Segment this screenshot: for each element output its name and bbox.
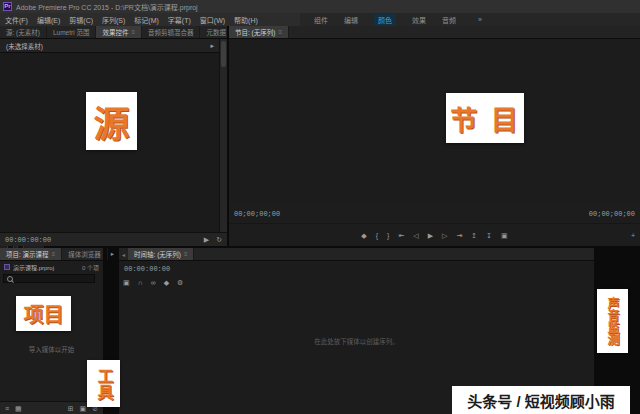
project-file-icon [4, 264, 10, 270]
project-search-box[interactable] [3, 274, 95, 283]
project-item-count: 0 个项 [82, 263, 99, 272]
list-view-icon[interactable]: ≡ [5, 405, 9, 412]
program-monitor-viewport [229, 39, 640, 203]
workspace-tab-audio[interactable]: 音频 [442, 15, 456, 25]
project-file-name: 演示课程.prproj [13, 263, 79, 272]
program-timecode-row: 00;00;00;00 00;00;00;00 [229, 203, 640, 224]
annotation-tools-label: 工具 [87, 360, 120, 407]
chevron-right-icon[interactable]: ▸ [210, 42, 214, 49]
go-to-in-button[interactable]: ⇤ [398, 232, 404, 239]
timeline-drop-hint: 在此处放下媒体以创建序列。 [119, 336, 594, 346]
snap-magnet-icon[interactable]: ∩ [138, 279, 143, 286]
menu-sequence[interactable]: 序列(S) [102, 15, 125, 25]
timeline-timecode: 00:00:00:00 [124, 265, 170, 273]
play-audio-icon[interactable]: ▶ [204, 236, 209, 243]
source-timecode: 00:00:00:00 [5, 236, 51, 244]
program-tabbar: 节目: (无序列) ≡ [229, 26, 640, 39]
annotation-project-label: 项目 [16, 296, 71, 331]
watermark-banner: 头条号 / 短视频顾小雨 [452, 386, 630, 414]
scrollbar-thumb[interactable] [221, 41, 226, 67]
tab-program-monitor[interactable]: 节目: (无序列) ≡ [229, 26, 289, 38]
program-transport-controls: ◆ { } ⇤ ◁ ▶ ▷ ⇥ ↥ ↧ ▣ [229, 223, 640, 246]
tab-audio-clip-mixer[interactable]: 音频剪辑混合器 [142, 26, 201, 38]
window-title: Adobe Premiere Pro CC 2015 - D:\PR文档\演示课… [16, 2, 198, 12]
search-icon [7, 276, 13, 282]
menu-help[interactable]: 帮助(H) [234, 15, 258, 25]
project-empty-hint: 导入媒体以开始 [0, 344, 103, 354]
lift-button[interactable]: ↥ [471, 232, 477, 239]
add-marker-button[interactable]: ◆ [361, 232, 366, 239]
button-editor-plus-icon[interactable]: + [631, 232, 635, 239]
menu-file[interactable]: 文件(F) [5, 15, 28, 25]
tab-overflow-icon[interactable]: ▸ [108, 248, 117, 260]
title-bar: Pr Adobe Premiere Pro CC 2015 - D:\PR文档\… [0, 0, 640, 13]
collapse-panel-icon[interactable]: ◂ [119, 248, 128, 260]
program-duration-timecode: 00;00;00;00 [589, 210, 635, 218]
icon-view-icon[interactable]: ▦ [15, 405, 22, 412]
extract-button[interactable]: ↧ [486, 232, 492, 239]
tab-source-monitor[interactable]: 源: (无素材) [0, 26, 47, 38]
panel-menu-icon[interactable]: ≡ [52, 251, 56, 257]
timeline-tabbar: ◂ 时间轴: (无序列) ≡ [119, 248, 594, 261]
project-file-row[interactable]: 演示课程.prproj 0 个项 [0, 261, 103, 273]
no-clip-selected-label: (未选择素材) [6, 41, 43, 51]
step-forward-button[interactable]: ▷ [442, 232, 447, 239]
go-to-out-button[interactable]: ⇥ [456, 232, 462, 239]
export-frame-button[interactable]: ▣ [501, 232, 508, 239]
tab-lumetri-scopes[interactable]: Lumetri 范围 [47, 26, 96, 38]
workspace-tab-color[interactable]: 颜色 [374, 14, 396, 26]
panel-menu-icon[interactable]: ≡ [184, 251, 188, 257]
tab-project[interactable]: 项目: 演示课程 ≡ [0, 248, 62, 260]
panel-menu-icon[interactable]: ≡ [278, 29, 282, 35]
mark-in-button[interactable]: { [376, 232, 378, 239]
workspace-overflow-icon[interactable]: » [478, 16, 482, 23]
linked-selection-icon[interactable]: ∞ [151, 279, 156, 286]
workspace-tab-editing[interactable]: 编辑 [344, 15, 358, 25]
panel-menu-icon[interactable]: ≡ [131, 29, 135, 35]
menu-bar: 文件(F) 编辑(E) 剪辑(C) 序列(S) 标记(M) 字幕(T) 窗口(W… [0, 13, 300, 26]
new-item-icon[interactable]: ▣ [80, 405, 87, 412]
workspace-bar: 组件 编辑 颜色 效果 音频 » [300, 13, 640, 26]
annotation-source-label: 源 [86, 92, 137, 150]
menu-clip[interactable]: 剪辑(C) [69, 15, 93, 25]
project-tabbar: 项目: 演示课程 ≡ 媒体浏览器 ▸ [0, 248, 103, 261]
step-back-button[interactable]: ◁ [413, 232, 418, 239]
premiere-app-icon: Pr [3, 2, 12, 11]
menu-marker[interactable]: 标记(M) [134, 15, 159, 25]
premiere-window: Pr Adobe Premiere Pro CC 2015 - D:\PR文档\… [0, 0, 640, 414]
effect-controls-header: (未选择素材) ▸ [0, 39, 220, 53]
menu-edit[interactable]: 编辑(E) [37, 15, 60, 25]
mark-out-button[interactable]: } [387, 232, 389, 239]
program-current-timecode: 00;00;00;00 [234, 210, 280, 218]
menu-window[interactable]: 窗口(W) [200, 15, 225, 25]
source-group-tabbar: 源: (无素材) Lumetri 范围 效果控件 ≡ 音频剪辑混合器 元数据 [0, 26, 227, 39]
loop-icon[interactable]: ↻ [216, 236, 222, 243]
nest-toggle-icon[interactable]: ▣ [123, 279, 130, 286]
timeline-settings-icon[interactable]: ⚙ [177, 279, 183, 286]
workspace-tab-effects[interactable]: 效果 [412, 15, 426, 25]
annotation-audio-meter-label: 声音监测 [597, 289, 628, 353]
timeline-toolbar: ▣ ∩ ∞ ◆ ⚙ [123, 279, 183, 286]
effect-controls-bottombar: 00:00:00:00 ▶ ↻ [0, 232, 227, 246]
add-marker-icon[interactable]: ◆ [164, 279, 169, 286]
effect-controls-scrollbar[interactable] [219, 39, 227, 232]
tab-effect-controls[interactable]: 效果控件 ≡ [96, 26, 142, 38]
annotation-program-label: 节 目 [446, 93, 524, 143]
menu-title[interactable]: 字幕(T) [168, 15, 191, 25]
tab-timeline[interactable]: 时间轴: (无序列) ≡ [128, 248, 194, 260]
workspace-tab-assembly[interactable]: 组件 [314, 15, 328, 25]
tab-media-browser[interactable]: 媒体浏览器 [62, 248, 108, 260]
program-monitor-panel: 节目: (无序列) ≡ 00;00;00;00 00;00;00;00 ◆ { … [229, 26, 640, 246]
new-bin-icon[interactable]: ⊞ [68, 405, 74, 412]
play-button[interactable]: ▶ [428, 232, 433, 239]
search-input[interactable] [16, 276, 91, 282]
